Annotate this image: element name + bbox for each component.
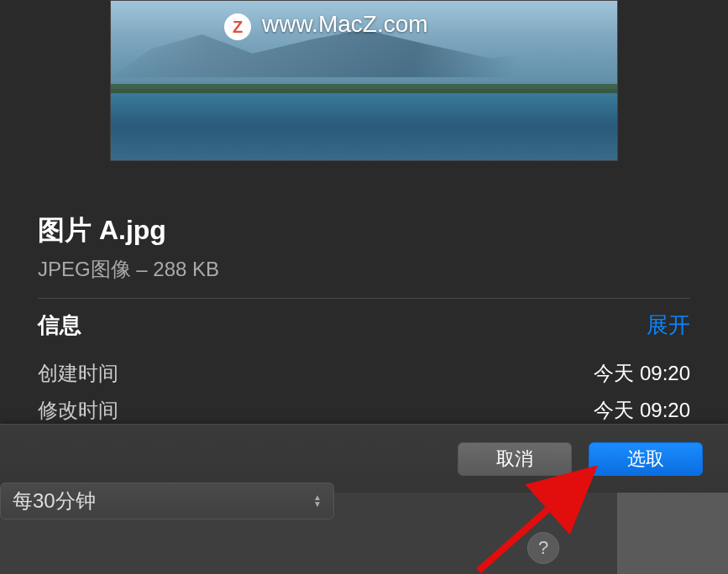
- expand-button[interactable]: 展开: [647, 310, 690, 340]
- dropdown-selected-text: 每30分钟: [13, 488, 96, 514]
- info-row-label: 修改时间: [38, 397, 118, 424]
- watermark-badge-icon: Z: [224, 13, 251, 40]
- info-row-created: 创建时间 今天 09:20: [38, 355, 690, 392]
- file-info-section: 图片 A.jpg JPEG图像 – 288 KB: [0, 172, 728, 283]
- preview-area: Z www.MacZ.com: [0, 0, 728, 172]
- file-name: 图片 A.jpg: [38, 212, 690, 249]
- info-row-label: 创建时间: [38, 360, 118, 387]
- cancel-button[interactable]: 取消: [458, 442, 572, 476]
- interval-dropdown[interactable]: 每30分钟 ▲ ▼: [0, 483, 334, 519]
- stepper-icon: ▲ ▼: [313, 494, 322, 508]
- right-shadow: [617, 493, 728, 574]
- watermark-text: www.MacZ.com: [262, 11, 428, 38]
- preview-image: Z www.MacZ.com: [110, 0, 618, 161]
- info-header: 信息 展开: [0, 299, 728, 340]
- file-type-size: JPEG图像 – 288 KB: [38, 256, 690, 283]
- help-button[interactable]: ?: [527, 532, 559, 564]
- info-row-value: 今天 09:20: [594, 360, 690, 387]
- info-row-value: 今天 09:20: [594, 397, 690, 424]
- select-button[interactable]: 选取: [589, 442, 703, 476]
- info-section-label: 信息: [38, 310, 81, 340]
